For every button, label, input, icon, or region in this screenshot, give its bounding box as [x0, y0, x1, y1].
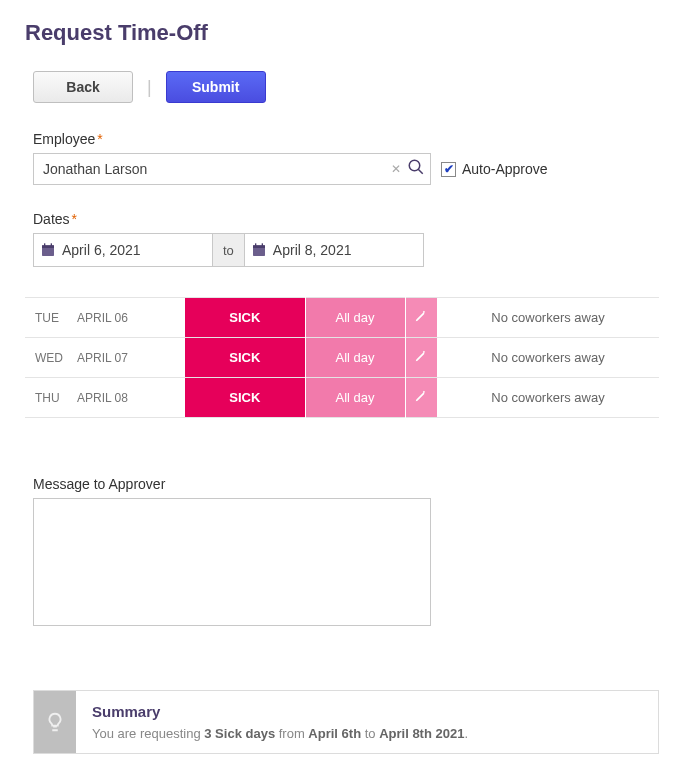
calendar-icon: [34, 242, 62, 258]
day-date: APRIL 08: [77, 378, 185, 418]
svg-rect-5: [51, 243, 52, 246]
pencil-icon: [414, 309, 428, 326]
leave-type-cell[interactable]: SICK: [185, 298, 305, 338]
calendar-icon: [245, 242, 273, 258]
svg-rect-3: [42, 245, 54, 248]
back-button[interactable]: Back: [33, 71, 133, 103]
day-date: APRIL 06: [77, 298, 185, 338]
table-row: THUAPRIL 08SICKAll dayNo coworkers away: [25, 378, 659, 418]
check-icon: ✔: [441, 162, 456, 177]
dates-label: Dates*: [33, 211, 659, 227]
coworkers-note: No coworkers away: [437, 378, 659, 418]
duration-cell[interactable]: All day: [305, 298, 405, 338]
clear-icon[interactable]: ✕: [391, 162, 401, 176]
pencil-icon: [414, 389, 428, 406]
day-of-week: THU: [25, 378, 77, 418]
message-label: Message to Approver: [33, 476, 659, 492]
coworkers-note: No coworkers away: [437, 298, 659, 338]
svg-point-0: [409, 160, 420, 171]
edit-button[interactable]: [405, 298, 437, 338]
search-icon[interactable]: [407, 158, 425, 180]
date-separator: to: [213, 233, 244, 267]
day-date: APRIL 07: [77, 338, 185, 378]
employee-input[interactable]: [33, 153, 431, 185]
svg-rect-9: [262, 243, 263, 246]
table-row: TUEAPRIL 06SICKAll dayNo coworkers away: [25, 298, 659, 338]
pencil-icon: [414, 349, 428, 366]
end-date-input[interactable]: April 8, 2021: [244, 233, 424, 267]
message-input[interactable]: [33, 498, 431, 626]
duration-cell[interactable]: All day: [305, 338, 405, 378]
table-row: WEDAPRIL 07SICKAll dayNo coworkers away: [25, 338, 659, 378]
edit-button[interactable]: [405, 338, 437, 378]
svg-line-1: [418, 169, 423, 174]
duration-cell[interactable]: All day: [305, 378, 405, 418]
summary-heading: Summary: [92, 703, 642, 720]
leave-type-cell[interactable]: SICK: [185, 338, 305, 378]
coworkers-note: No coworkers away: [437, 338, 659, 378]
auto-approve-checkbox[interactable]: ✔ Auto-Approve: [441, 161, 548, 177]
auto-approve-label: Auto-Approve: [462, 161, 548, 177]
submit-button[interactable]: Submit: [166, 71, 266, 103]
svg-rect-8: [255, 243, 256, 246]
end-date-value: April 8, 2021: [273, 242, 423, 258]
edit-button[interactable]: [405, 378, 437, 418]
start-date-value: April 6, 2021: [62, 242, 212, 258]
lightbulb-icon: [34, 691, 76, 753]
summary-box: Summary You are requesting 3 Sick days f…: [33, 690, 659, 754]
page-title: Request Time-Off: [25, 20, 659, 46]
employee-label: Employee*: [33, 131, 659, 147]
start-date-input[interactable]: April 6, 2021: [33, 233, 213, 267]
summary-text: You are requesting 3 Sick days from Apri…: [92, 726, 642, 741]
svg-rect-7: [253, 245, 265, 248]
leave-type-cell[interactable]: SICK: [185, 378, 305, 418]
day-of-week: WED: [25, 338, 77, 378]
day-of-week: TUE: [25, 298, 77, 338]
svg-rect-4: [44, 243, 45, 246]
days-table: TUEAPRIL 06SICKAll dayNo coworkers awayW…: [25, 297, 659, 418]
button-divider: |: [147, 77, 152, 98]
